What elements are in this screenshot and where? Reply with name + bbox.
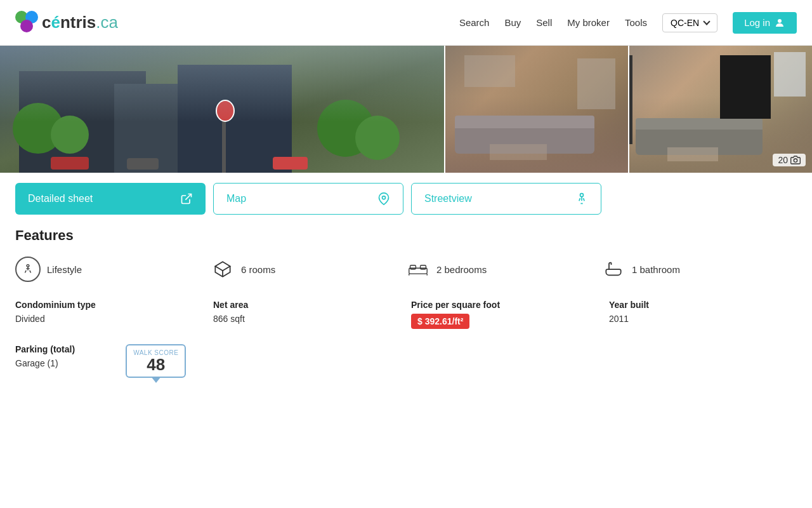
lifestyle-icon — [15, 257, 41, 282]
tab-streetview[interactable]: Streetview — [411, 183, 601, 215]
user-icon — [774, 17, 785, 29]
detail-price-sqft-label: Price per square foot — [411, 300, 599, 310]
price-badge: $ 392.61/ft² — [411, 314, 469, 329]
nav-mybroker[interactable]: My broker — [567, 17, 610, 28]
feature-rooms: 6 rooms — [211, 257, 406, 282]
detail-price-sqft-value: $ 392.61/ft² — [411, 314, 599, 329]
lifestyle-label: Lifestyle — [47, 264, 82, 275]
external-link-icon — [180, 192, 193, 205]
details-grid: Condominium type Divided Net area 866 sq… — [15, 300, 797, 329]
svg-point-3 — [383, 196, 386, 199]
nav-sell[interactable]: Sell — [536, 17, 552, 28]
nav-bar: Search Buy Sell My broker Tools QC-EN Lo… — [459, 12, 797, 34]
person-icon — [575, 192, 588, 205]
header: céntris.ca Search Buy Sell My broker Too… — [0, 0, 812, 46]
gallery: 20 — [0, 46, 812, 173]
detail-price-sqft: Price per square foot $ 392.61/ft² — [411, 300, 599, 329]
detail-year-built-value: 2011 — [609, 314, 797, 324]
detail-condo-type-value: Divided — [15, 314, 203, 324]
parking-walkscore-row: Parking (total) Garage (1) Walk Score 48 — [15, 344, 797, 378]
svg-point-5 — [27, 265, 29, 267]
logo[interactable]: céntris.ca — [15, 11, 118, 35]
gallery-thumb-2[interactable]: 20 — [629, 46, 812, 173]
nav-search[interactable]: Search — [459, 17, 490, 28]
lang-selector[interactable]: QC-EN — [662, 13, 717, 32]
walk-score-number: 48 — [147, 356, 165, 373]
feature-bathrooms: 1 bathroom — [601, 257, 797, 282]
gallery-right: 20 — [445, 46, 812, 173]
rooms-label: 6 rooms — [241, 264, 275, 275]
svg-point-0 — [778, 19, 782, 23]
map-pin-icon — [377, 192, 390, 205]
feature-lifestyle: Lifestyle — [15, 257, 211, 282]
detail-parking-label: Parking (total) — [15, 344, 75, 354]
logo-icon — [15, 11, 39, 35]
detail-year-built-label: Year built — [609, 300, 797, 310]
detail-parking: Parking (total) Garage (1) — [15, 344, 75, 368]
features-section: Features Lifestyle — [15, 227, 797, 391]
walk-score-bubble: Walk Score 48 — [126, 344, 186, 378]
login-button[interactable]: Log in — [733, 12, 797, 34]
feature-bedrooms: 2 bedrooms — [406, 257, 601, 282]
tabs-container: Detailed sheet Map Streetview — [15, 173, 797, 215]
feature-icons-row: Lifestyle 6 rooms — [15, 257, 797, 282]
logo-text: céntris.ca — [42, 13, 118, 32]
camera-icon — [790, 155, 801, 165]
photo-count-badge[interactable]: 20 — [773, 154, 806, 166]
detail-net-area-label: Net area — [213, 300, 401, 310]
detail-net-area: Net area 866 sqft — [213, 300, 401, 329]
photo-count-number: 20 — [778, 155, 788, 165]
bedrooms-label: 2 bedrooms — [436, 264, 487, 275]
detail-net-area-value: 866 sqft — [213, 314, 401, 324]
gallery-thumb-1[interactable] — [445, 46, 628, 173]
gallery-main-photo[interactable] — [0, 46, 444, 173]
bathrooms-icon — [601, 257, 625, 281]
detail-condo-type-label: Condominium type — [15, 300, 203, 310]
detail-year-built: Year built 2011 — [609, 300, 797, 329]
nav-tools[interactable]: Tools — [625, 17, 647, 28]
svg-rect-8 — [421, 265, 426, 269]
nav-buy[interactable]: Buy — [504, 17, 521, 28]
detail-parking-value: Garage (1) — [15, 358, 75, 368]
features-title: Features — [15, 227, 797, 244]
bathrooms-label: 1 bathroom — [632, 264, 680, 275]
bedrooms-icon — [406, 257, 430, 281]
tab-detailed-sheet[interactable]: Detailed sheet — [15, 183, 206, 215]
rooms-icon — [211, 257, 235, 281]
walk-score-container[interactable]: Walk Score 48 — [126, 344, 186, 378]
svg-point-4 — [580, 194, 584, 197]
svg-rect-7 — [410, 265, 416, 269]
svg-line-2 — [185, 194, 191, 200]
detail-condo-type: Condominium type Divided — [15, 300, 203, 329]
svg-point-1 — [794, 159, 797, 162]
tab-map[interactable]: Map — [213, 183, 403, 215]
